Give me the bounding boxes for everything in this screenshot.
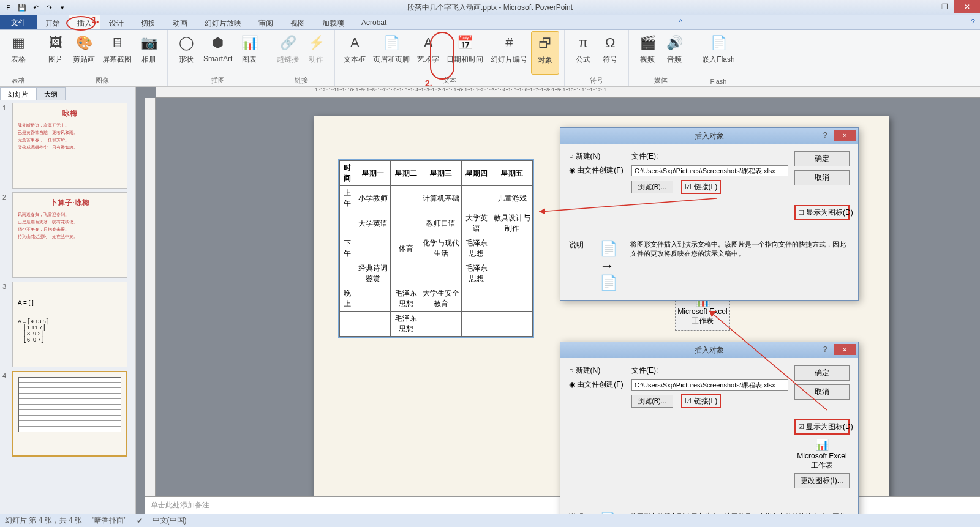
theme-name: "暗香扑面" bbox=[92, 515, 127, 526]
group-label: 文本 bbox=[340, 75, 559, 86]
textbox-icon: A bbox=[345, 33, 364, 53]
cancel-button[interactable]: 取消 bbox=[794, 170, 850, 185]
window-controls: — ❐ ✕ bbox=[915, 0, 980, 13]
ribbon-equation[interactable]: π公式 bbox=[570, 31, 597, 75]
link-checkbox[interactable]: ☑ 链接(L) bbox=[681, 394, 721, 408]
ruler-horizontal: 1··12··1··11··1··10··1··9··1··8··1··7··1… bbox=[156, 87, 980, 98]
group-label: 表格 bbox=[5, 75, 32, 86]
tab-design[interactable]: 设计 bbox=[100, 15, 132, 29]
tab-addins[interactable]: 加载项 bbox=[314, 15, 353, 29]
group-label: 媒体 bbox=[634, 75, 688, 86]
show-as-icon-checkbox-2[interactable]: ☑ 显示为图标(D) bbox=[794, 419, 850, 435]
ribbon-album[interactable]: 📷相册 bbox=[135, 31, 162, 75]
screenshot-icon: 🖥 bbox=[107, 33, 127, 53]
minimize-button[interactable]: — bbox=[915, 0, 935, 13]
undo-icon[interactable]: ↶ bbox=[29, 1, 42, 13]
qat-customize-icon[interactable]: ▾ bbox=[56, 1, 69, 13]
browse-button[interactable]: 浏览(B)... bbox=[631, 395, 673, 408]
ribbon-smartart[interactable]: ⬢SmartArt bbox=[200, 31, 236, 75]
help-icon[interactable]: ? bbox=[966, 15, 980, 29]
radio-from-file[interactable]: ◉ 由文件创建(F) bbox=[569, 379, 631, 390]
ribbon-flash[interactable]: 📄嵌入Flash bbox=[698, 31, 738, 77]
slide-thumbnail[interactable]: A = [ ]A = ⎡9 13 5⎤ ⎢1 11 7⎥ ⎢3 9 2⎥ ⎣6 … bbox=[12, 282, 127, 367]
browse-button[interactable]: 浏览(B)... bbox=[631, 181, 673, 193]
show-as-icon-checkbox-1[interactable]: ☐ 显示为图标(D) bbox=[794, 205, 850, 220]
ribbon-minimize-icon[interactable]: ^ bbox=[674, 15, 688, 29]
app-icon[interactable]: P bbox=[2, 1, 15, 13]
tab-home[interactable]: 开始 bbox=[37, 15, 69, 29]
ribbon-wordart[interactable]: A艺术字 bbox=[413, 31, 443, 75]
dialog-help-button[interactable]: ? bbox=[819, 130, 831, 141]
spellcheck-icon[interactable]: ✔ bbox=[137, 517, 143, 525]
ribbon-datetime[interactable]: 📅日期和时间 bbox=[443, 31, 487, 75]
ribbon-textbox[interactable]: A文本框 bbox=[340, 31, 369, 75]
datetime-icon: 📅 bbox=[455, 33, 475, 53]
embedded-table[interactable]: 时间星期一星期二星期三星期四星期五上午小学教师计算机基础儿童游戏大学英语教师口语… bbox=[338, 159, 534, 338]
wordart-icon: A bbox=[418, 33, 438, 53]
album-icon: 📷 bbox=[139, 33, 159, 53]
file-label: 文件(E): bbox=[631, 365, 788, 376]
slide-panel: 幻灯片 大纲 1咏梅驿外断桥边，寂寞开无主。已是黄昏独自愁，更著风和雨。无意苦争… bbox=[0, 87, 136, 514]
audio-icon: 🔊 bbox=[665, 33, 684, 53]
ok-button[interactable]: 确定 bbox=[794, 365, 850, 381]
redo-icon[interactable]: ↷ bbox=[43, 1, 55, 13]
ribbon-object[interactable]: 🗗对象 bbox=[531, 31, 559, 75]
action-icon: ⚡ bbox=[306, 33, 326, 53]
desc-text: 将图形文件插入到演示文稿中。该图片是一个指向文件的快捷方式，因此文件的更改将反映… bbox=[630, 240, 850, 291]
save-icon[interactable]: 💾 bbox=[16, 1, 28, 13]
ribbon-headerfooter[interactable]: 📄页眉和页脚 bbox=[369, 31, 413, 75]
file-path-input[interactable] bbox=[631, 379, 788, 391]
tab-acrobat[interactable]: Acrobat bbox=[353, 15, 395, 29]
ruler-vertical bbox=[145, 98, 156, 514]
cancel-button[interactable]: 取消 bbox=[794, 384, 850, 400]
dialog-close-button[interactable]: ✕ bbox=[834, 130, 856, 141]
language-status[interactable]: 中文(中国) bbox=[153, 515, 187, 526]
radio-from-file[interactable]: ◉ 由文件创建(F) bbox=[569, 165, 631, 176]
ribbon-table[interactable]: ▦表格 bbox=[5, 31, 32, 75]
ribbon-hyperlink[interactable]: 🔗超链接 bbox=[273, 31, 303, 75]
ribbon-symbol[interactable]: Ω符号 bbox=[597, 31, 624, 75]
tab-review[interactable]: 审阅 bbox=[250, 15, 282, 29]
ribbon-clipart[interactable]: 🎨剪贴画 bbox=[69, 31, 99, 75]
flash-icon: 📄 bbox=[709, 33, 728, 53]
link-checkbox[interactable]: ☑ 链接(L) bbox=[681, 180, 721, 194]
dialog-title: 插入对象 ? ✕ bbox=[560, 128, 858, 144]
ok-button[interactable]: 确定 bbox=[794, 151, 850, 166]
tab-outline[interactable]: 大纲 bbox=[36, 87, 66, 100]
change-icon-button[interactable]: 更改图标(I)... bbox=[794, 473, 850, 488]
headerfooter-icon: 📄 bbox=[382, 33, 401, 53]
slide-thumbnail[interactable]: 卜算子·咏梅风雨送春归，飞雪迎春到。已是悬崖百丈冰，犹有花枝俏。俏也不争春，只把… bbox=[12, 192, 127, 278]
ribbon-video[interactable]: 🎬视频 bbox=[634, 31, 661, 75]
ribbon-shapes[interactable]: ◯形状 bbox=[173, 31, 200, 75]
dialog-title: 插入对象 ? ✕ bbox=[560, 342, 858, 358]
thumbnails[interactable]: 1咏梅驿外断桥边，寂寞开无主。已是黄昏独自愁，更著风和雨。无意苦争春，一任群芳妒… bbox=[0, 100, 135, 514]
radio-new[interactable]: ○ 新建(N) bbox=[569, 151, 631, 162]
dialog-help-button[interactable]: ? bbox=[819, 344, 831, 355]
tab-view[interactable]: 视图 bbox=[282, 15, 314, 29]
ribbon-slidenum[interactable]: #幻灯片编号 bbox=[487, 31, 531, 75]
insert-object-dialog-2: 插入对象 ? ✕ ○ 新建(N) ◉ 由文件创建(F) 文件(E): 浏览(B)… bbox=[560, 342, 859, 527]
ribbon-audio[interactable]: 🔊音频 bbox=[661, 31, 688, 75]
file-path-input[interactable] bbox=[631, 165, 788, 176]
embedded-icon-label: Microsoft Excel 工作表 bbox=[677, 307, 727, 326]
close-button[interactable]: ✕ bbox=[954, 0, 980, 13]
group-label: Flash bbox=[698, 77, 738, 86]
maximize-button[interactable]: ❐ bbox=[935, 0, 954, 13]
file-tab[interactable]: 文件 bbox=[0, 15, 37, 29]
ribbon-action[interactable]: ⚡动作 bbox=[303, 31, 330, 75]
radio-new[interactable]: ○ 新建(N) bbox=[569, 365, 631, 376]
dialog-close-button[interactable]: ✕ bbox=[834, 344, 856, 355]
tab-slides[interactable]: 幻灯片 bbox=[0, 87, 36, 100]
chart-icon: 📊 bbox=[239, 33, 259, 53]
slide-thumbnail[interactable]: 咏梅驿外断桥边，寂寞开无主。已是黄昏独自愁，更著风和雨。无意苦争春，一任群芳妒。… bbox=[12, 103, 127, 189]
object-icon: 🗗 bbox=[535, 34, 555, 53]
ribbon-chart[interactable]: 📊图表 bbox=[236, 31, 263, 75]
ribbon-screenshot[interactable]: 🖥屏幕截图 bbox=[99, 31, 135, 75]
tab-animations[interactable]: 动画 bbox=[164, 15, 196, 29]
tab-transitions[interactable]: 切换 bbox=[132, 15, 164, 29]
tab-slideshow[interactable]: 幻灯片放映 bbox=[196, 15, 250, 29]
title-bar: P 💾 ↶ ↷ ▾ 段落中几个字飞入动画.pptx - Microsoft Po… bbox=[0, 0, 980, 15]
slide-thumbnail[interactable] bbox=[12, 371, 127, 457]
ribbon-picture[interactable]: 🖼图片 bbox=[42, 31, 69, 75]
shapes-icon: ◯ bbox=[176, 33, 196, 53]
